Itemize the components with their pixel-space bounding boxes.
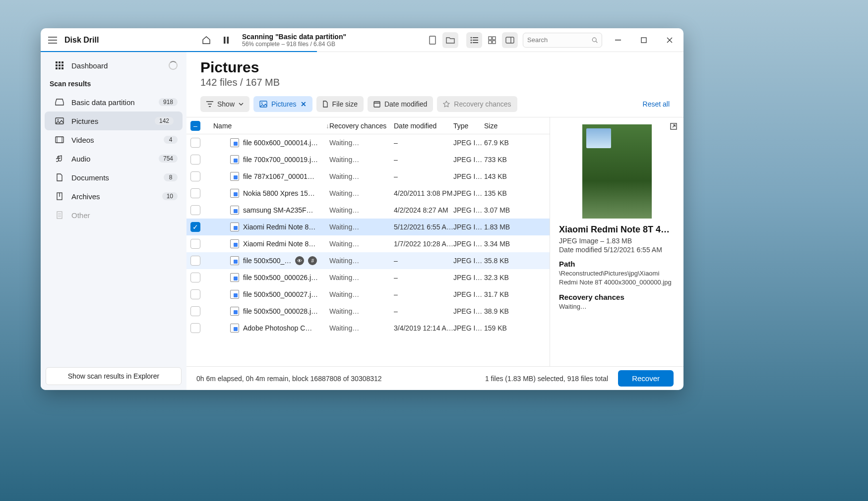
filter-file-size[interactable]: File size (316, 96, 364, 112)
table-row[interactable]: Adobe Photoshop C…Waiting…3/4/2019 12:14… (186, 320, 550, 336)
search-field[interactable] (527, 36, 589, 44)
table-row[interactable]: file 500x500_000027.j…Waiting…–JPEG I…31… (186, 286, 550, 303)
row-checkbox[interactable] (190, 155, 200, 165)
list-view-icon[interactable] (466, 32, 482, 48)
show-in-explorer-button[interactable]: Show scan results in Explorer (46, 367, 182, 385)
size-cell: 135 KB (484, 189, 520, 197)
date-cell: – (394, 139, 453, 147)
drive-icon (55, 99, 64, 106)
size-cell: 35.8 KB (484, 257, 520, 265)
column-size[interactable]: Size (484, 122, 520, 130)
row-checkbox[interactable] (190, 188, 200, 198)
filter-recovery-chances[interactable]: Recovery chances (437, 96, 517, 112)
filter-date-modified[interactable]: Date modified (368, 96, 433, 112)
preview-recovery-value: Waiting… (559, 302, 675, 311)
eye-icon[interactable]: 👁 (295, 256, 304, 265)
svg-rect-0 (224, 37, 226, 44)
recover-button[interactable]: Recover (618, 370, 674, 387)
table-row[interactable]: samsung SM-A235F…Waiting…4/2/2024 8:27 A… (186, 202, 550, 219)
date-cell: – (394, 274, 453, 281)
recovery-cell: Waiting… (329, 290, 394, 298)
popout-icon[interactable] (670, 122, 678, 130)
column-date[interactable]: Date modified (394, 122, 453, 130)
sidebar-item-pictures[interactable]: Pictures142 (45, 111, 183, 130)
image-icon (55, 117, 64, 124)
row-checkbox[interactable] (190, 256, 200, 266)
row-checkbox[interactable] (190, 138, 200, 148)
recovery-cell: Waiting… (329, 172, 394, 180)
search-input[interactable] (523, 33, 602, 48)
row-checkbox[interactable] (190, 323, 200, 333)
table-row[interactable]: file 787x1067_00001…Waiting…–JPEG I…143 … (186, 168, 550, 185)
svg-rect-13 (506, 37, 514, 43)
hash-icon[interactable]: # (308, 256, 317, 265)
size-cell: 1.83 MB (484, 223, 520, 231)
table-row[interactable]: file 600x600_000014.j…Waiting…–JPEG I…67… (186, 134, 550, 151)
row-checkbox[interactable] (190, 171, 200, 181)
preview-path-heading: Path (559, 260, 675, 268)
column-type[interactable]: Type (453, 122, 484, 130)
row-checkbox[interactable] (190, 205, 200, 215)
type-cell: JPEG I… (453, 324, 484, 332)
select-all-checkbox[interactable]: – (190, 121, 200, 131)
folder-view-icon[interactable] (442, 32, 458, 48)
sidebar-item-label: Basic data partition (71, 98, 135, 107)
sidebar-item-count: 10 (162, 192, 178, 200)
column-name[interactable]: Name↓ (210, 122, 329, 130)
jpeg-file-icon (230, 290, 239, 299)
preview-thumbnail (582, 124, 652, 219)
sidebar-item-other[interactable]: Other (41, 206, 186, 224)
row-checkbox[interactable]: ✓ (190, 222, 200, 232)
row-checkbox[interactable] (190, 273, 200, 282)
sidebar-dashboard[interactable]: Dashboard (41, 56, 186, 75)
recovery-cell: Waiting… (329, 156, 394, 164)
recovery-cell: Waiting… (329, 223, 394, 231)
filter-pictures[interactable]: Pictures✕ (253, 96, 312, 112)
reset-filters[interactable]: Reset all (643, 100, 670, 108)
panel-view-icon[interactable] (502, 32, 518, 48)
table-row[interactable]: file 500x500_000028.j…Waiting…–JPEG I…38… (186, 303, 550, 320)
chevron-down-icon (239, 103, 244, 106)
sidebar-item-basic-data-partition[interactable]: Basic data partition918 (41, 93, 186, 111)
row-checkbox[interactable] (190, 289, 200, 299)
sidebar-item-audio[interactable]: Audio754 (41, 149, 186, 168)
sidebar-item-videos[interactable]: Videos4 (41, 130, 186, 149)
table-row[interactable]: Xiaomi Redmi Note 8…Waiting…1/7/2022 10:… (186, 235, 550, 252)
table-row[interactable]: Nokia 5800 Xpres 15…Waiting…4/20/2011 3:… (186, 185, 550, 202)
jpeg-file-icon (230, 138, 239, 147)
type-cell: JPEG I… (453, 189, 484, 197)
column-recovery[interactable]: Recovery chances (329, 122, 394, 130)
sidebar-dashboard-label: Dashboard (71, 61, 108, 70)
file-icon (322, 101, 328, 108)
svg-rect-11 (489, 41, 492, 44)
minimize-button[interactable] (608, 32, 628, 48)
maximize-button[interactable] (634, 32, 654, 48)
filter-icon (206, 101, 213, 107)
svg-point-3 (471, 37, 472, 38)
pause-icon[interactable] (218, 32, 234, 48)
filter-remove-icon[interactable]: ✕ (301, 100, 307, 108)
sidebar-item-archives[interactable]: Archives10 (41, 187, 186, 206)
sidebar-item-documents[interactable]: Documents8 (41, 168, 186, 187)
file-view-icon[interactable] (425, 32, 440, 48)
table-row[interactable]: ✓Xiaomi Redmi Note 8…Waiting…5/12/2021 6… (186, 219, 550, 235)
size-cell: 67.9 KB (484, 139, 520, 147)
svg-point-5 (471, 39, 472, 41)
filter-show[interactable]: Show (200, 96, 249, 112)
home-icon[interactable] (198, 32, 214, 48)
size-cell: 733 KB (484, 156, 520, 164)
type-cell: JPEG I… (453, 274, 484, 281)
row-checkbox[interactable] (190, 239, 200, 249)
hamburger-icon[interactable] (45, 32, 61, 48)
size-cell: 159 KB (484, 324, 520, 332)
sidebar-item-count: 4 (164, 136, 178, 144)
type-cell: JPEG I… (453, 139, 484, 147)
table-row[interactable]: file 500x500_…👁#Waiting…–JPEG I…35.8 KB (186, 252, 550, 269)
close-button[interactable] (660, 32, 680, 48)
preview-path: \Reconstructed\Pictures\jpg\Xiaomi Redmi… (559, 269, 675, 287)
other-icon (55, 211, 64, 219)
row-checkbox[interactable] (190, 306, 200, 316)
table-row[interactable]: file 700x700_000019.j…Waiting…–JPEG I…73… (186, 151, 550, 168)
table-row[interactable]: file 500x500_000026.j…Waiting…–JPEG I…32… (186, 269, 550, 286)
grid-view-icon[interactable] (484, 32, 500, 48)
